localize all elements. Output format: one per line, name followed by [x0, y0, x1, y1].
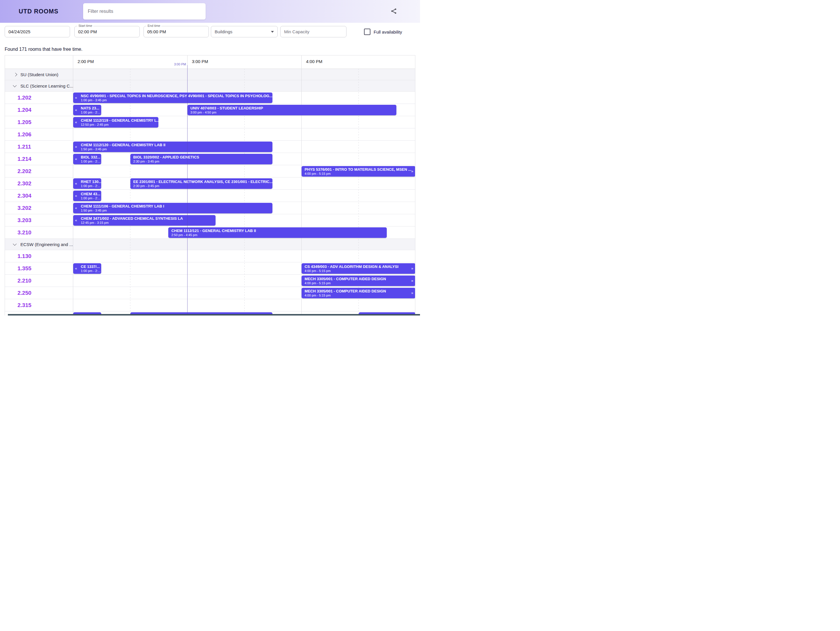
buildings-select[interactable]: Buildings: [211, 26, 278, 37]
continues-right-icon: »: [411, 263, 415, 274]
room-row: 1.206: [5, 128, 415, 141]
room-label[interactable]: 1.202: [17, 92, 32, 104]
continues-left-icon: «: [73, 105, 80, 115]
room-row: 2.304«CHEM 43...1:00 pm - 2:...: [5, 190, 415, 202]
event-time: 1:00 pm - 2:...: [81, 184, 101, 188]
event-title: MECH 3305/001 - COMPUTER AIDED DESIGN: [305, 289, 411, 293]
event[interactable]: MECH 3305/001 - COMPUTER AIDED DESIGN4:0…: [302, 288, 415, 298]
room-row: 1.202«NSC 4V90/001 - SPECIAL TOPICS IN N…: [5, 92, 415, 104]
room-label[interactable]: 1.214: [17, 153, 32, 165]
room-label[interactable]: 1.206: [17, 128, 32, 141]
event-title: CHEM 3471/002 - ADVANCED CHEMICAL SYNTHE…: [81, 216, 216, 221]
event[interactable]: CHEM 1112/121 - GENERAL CHEMISTRY LAB II…: [168, 227, 387, 238]
event-time: 1:50 pm - 3:45 pm: [81, 209, 272, 212]
chevron-down-icon[interactable]: [13, 84, 17, 87]
chevron-down-icon[interactable]: [13, 242, 17, 246]
room-label[interactable]: 2.302: [17, 177, 32, 190]
event-time: 4:00 pm - 5:15 pm: [305, 269, 411, 273]
group-row[interactable]: SU (Student Union): [5, 69, 415, 80]
room-label[interactable]: 1.130: [17, 250, 32, 263]
room-row: 2.302«RHET 130...1:00 pm - 2:...EE 2301/…: [5, 177, 415, 190]
group-row[interactable]: ECSW (Engineering and ...: [5, 239, 415, 250]
room-label[interactable]: 1.211: [17, 141, 31, 153]
room-row: 1.205«CHEM 1112/119 - GENERAL CHEMISTRY …: [5, 116, 415, 128]
event-title: CS 4349/003 - ADV ALGORITHM DESIGN & ANA…: [305, 264, 411, 269]
continues-left-icon: «: [73, 142, 80, 152]
event-title: CHEM 43...: [81, 192, 101, 196]
room-label[interactable]: 2.304: [17, 190, 32, 202]
event-title: MECH 3305/001 - COMPUTER AIDED DESIGN: [305, 277, 411, 281]
event-time: 4:00 pm - 5:15 pm: [305, 281, 411, 285]
room-label[interactable]: 2.202: [17, 165, 32, 177]
end-time-input[interactable]: [144, 26, 208, 37]
event[interactable]: «CHEM 1112/119 - GENERAL CHEMISTRY L...1…: [73, 117, 158, 128]
event[interactable]: «NATS 23...1:00 pm - 2:...: [73, 105, 101, 115]
room-label[interactable]: 1.204: [17, 104, 32, 116]
event[interactable]: EE 2301/001 - ELECTRICAL NETWORK ANALYSI…: [130, 178, 273, 189]
event[interactable]: «RHET 130...1:00 pm - 2:...: [73, 178, 101, 189]
event[interactable]: UNIV 4074/003 - STUDENT LEADERSHIP3:00 p…: [188, 105, 396, 115]
event[interactable]: «CHEM 43...1:00 pm - 2:...: [73, 191, 101, 201]
event-title: CHEM 1112/121 - GENERAL CHEMISTRY LAB II: [171, 229, 387, 233]
event-title: EE 2301/001 - ELECTRICAL NETWORK ANALYSI…: [133, 179, 273, 184]
share-icon[interactable]: [389, 7, 398, 16]
room-label[interactable]: 1.205: [17, 116, 32, 128]
event-title: RHET 130...: [81, 179, 101, 184]
continues-left-icon: «: [73, 215, 80, 226]
event-time: 2:50 pm - 4:45 pm: [171, 233, 387, 237]
start-time-input[interactable]: [75, 26, 139, 37]
continues-left-icon: «: [73, 203, 80, 213]
room-row: 2.202PHYS 5376/001 - INTRO TO MATERIALS …: [5, 165, 415, 177]
event-title: NSC 4V90/001 - SPECIAL TOPICS IN NEUROSC…: [81, 94, 272, 98]
room-row: 2.250MECH 3305/001 - COMPUTER AIDED DESI…: [5, 287, 415, 299]
room-row: 3.202«CHEM 1111/106 - GENERAL CHEMISTRY …: [5, 202, 415, 214]
event[interactable]: «CHEM 1111/106 - GENERAL CHEMISTRY LAB I…: [73, 203, 272, 213]
chevron-right-icon[interactable]: [13, 73, 17, 76]
checkbox-icon[interactable]: [364, 28, 370, 35]
event[interactable]: CS 4349/003 - ADV ALGORITHM DESIGN & ANA…: [302, 263, 415, 274]
room-label[interactable]: 2.315: [17, 299, 32, 312]
continues-right-icon: »: [411, 166, 415, 177]
full-availability-label: Full availability: [374, 30, 402, 35]
room-row: 3.210CHEM 1112/121 - GENERAL CHEMISTRY L…: [5, 226, 415, 239]
event[interactable]: MECH 3305/001 - COMPUTER AIDED DESIGN4:0…: [302, 275, 415, 286]
event[interactable]: «BIOL 332...1:00 pm - 2:...: [73, 154, 101, 164]
date-input[interactable]: [5, 26, 70, 37]
horizontal-scrollbar[interactable]: [8, 314, 420, 315]
room-label[interactable]: 1.355: [17, 263, 32, 275]
full-availability-checkbox[interactable]: Full availability: [364, 28, 402, 35]
event-time: 1:00 pm - 2:...: [81, 269, 101, 273]
event-title: CHEM 1111/106 - GENERAL CHEMISTRY LAB I: [81, 204, 272, 209]
room-row: 2.315: [5, 299, 415, 312]
room-row: 2.210MECH 3305/001 - COMPUTER AIDED DESI…: [5, 275, 415, 287]
room-label[interactable]: 3.202: [17, 202, 32, 214]
continues-left-icon: «: [73, 178, 80, 189]
event[interactable]: «CE 1337/...1:00 pm - 2:...: [73, 263, 101, 274]
group-label: SLC (Science Learning C...: [21, 84, 74, 89]
continues-left-icon: «: [73, 154, 80, 164]
min-capacity-input[interactable]: [280, 26, 346, 37]
room-row: 1.130: [5, 250, 415, 263]
table-header-row: 2:00 PM3:00 PM4:00 PM3:00 PM: [5, 55, 415, 69]
event[interactable]: «NSC 4V90/001 - SPECIAL TOPICS IN NEUROS…: [73, 93, 272, 103]
group-row[interactable]: SLC (Science Learning C...: [5, 80, 415, 92]
room-row: 1.211«CHEM 1112/120 - GENERAL CHEMISTRY …: [5, 141, 415, 153]
room-label[interactable]: 2.250: [17, 287, 32, 299]
event[interactable]: BIOL 3320/002 - APPLIED GENETICS2:30 pm …: [130, 154, 273, 164]
event[interactable]: PHYS 5376/001 - INTRO TO MATERIALS SCIEN…: [302, 166, 415, 177]
event-time: 1:00 pm - 2:...: [81, 196, 101, 200]
start-time-label: Start time: [77, 24, 93, 27]
room-label[interactable]: 2.210: [17, 275, 32, 287]
filter-results-input[interactable]: [83, 3, 205, 19]
room-label[interactable]: 3.203: [17, 214, 32, 226]
event-time: 1:00 pm - 2:...: [81, 111, 101, 114]
room-row: 3.203«CHEM 3471/002 - ADVANCED CHEMICAL …: [5, 214, 415, 226]
app-logo: UTD ROOMS: [19, 8, 58, 15]
room-row: 1.214«BIOL 332...1:00 pm - 2:...BIOL 332…: [5, 153, 415, 165]
event-title: CHEM 1112/119 - GENERAL CHEMISTRY L...: [81, 118, 158, 123]
event-time: 3:00 pm - 4:50 pm: [191, 111, 396, 114]
room-label[interactable]: 3.210: [17, 226, 32, 239]
room-row: 1.204«NATS 23...1:00 pm - 2:...UNIV 4074…: [5, 104, 415, 116]
event[interactable]: «CHEM 1112/120 - GENERAL CHEMISTRY LAB I…: [73, 142, 272, 152]
event[interactable]: «CHEM 3471/002 - ADVANCED CHEMICAL SYNTH…: [73, 215, 216, 226]
